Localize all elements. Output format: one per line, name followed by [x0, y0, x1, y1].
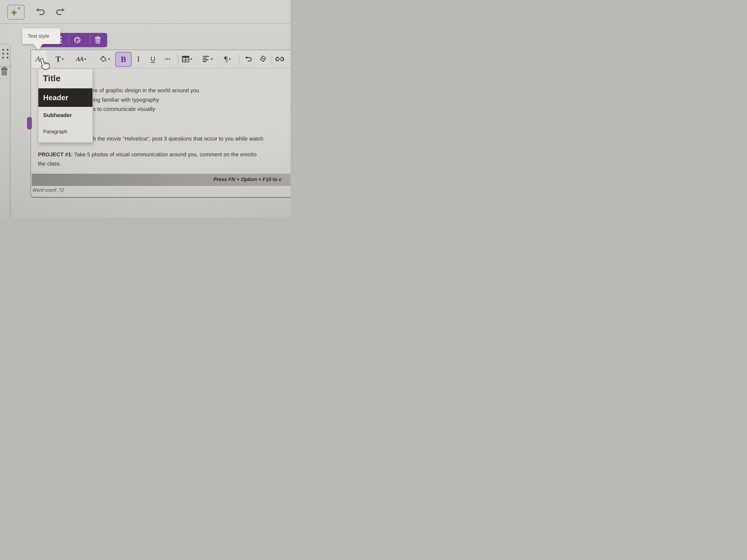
palette-icon — [73, 36, 81, 44]
delete-button[interactable] — [95, 33, 101, 47]
screen: A ▲ T ▼ AA ▼ ▼ B — [0, 0, 290, 218]
menu-item-header-selected[interactable]: Header — [38, 88, 93, 107]
document-line: h the movie "Helvetica", post 3 question… — [93, 136, 263, 142]
menu-item-paragraph[interactable]: Paragraph — [43, 129, 68, 135]
tooltip: Text style — [22, 28, 60, 44]
toolbar-separator — [69, 35, 69, 45]
text-style-menu: Title Header Subheader Paragraph — [38, 69, 93, 142]
toolbar-separator — [90, 35, 91, 45]
trash-icon — [95, 36, 101, 44]
tooltip-label: Text style — [28, 33, 49, 39]
menu-item-title[interactable]: Title — [43, 73, 60, 83]
menu-item-subheader[interactable]: Subheader — [43, 112, 72, 118]
pointer-hand-cursor — [37, 56, 50, 72]
document-line: s to communicate visually — [93, 106, 155, 112]
document-line: the class. — [38, 161, 61, 167]
palette-button[interactable] — [73, 33, 81, 47]
document-line: re of graphic design in the world around… — [93, 87, 199, 94]
document-line: ing familiar with typography — [93, 97, 159, 103]
document-line: PROJECT #1: Take 5 photos of visual comm… — [38, 152, 257, 158]
